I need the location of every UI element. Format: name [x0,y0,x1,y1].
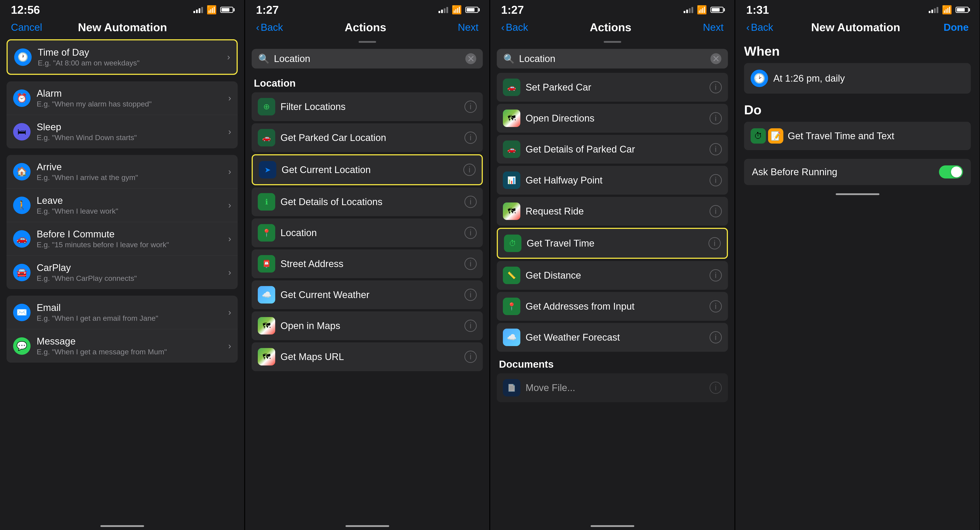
search-input-3[interactable]: Location [519,53,706,64]
scroll-indicator-3 [604,41,621,43]
item-title: Arrive [37,162,228,172]
info-icon[interactable]: i [465,351,477,363]
info-icon[interactable]: i [465,101,477,113]
action-travel-time[interactable]: ⏱ Get Travel Time i [497,228,728,259]
action-parked-car-location[interactable]: 🚗 Get Parked Car Location i [251,123,483,152]
list-item[interactable]: 💬 Message E.g. "When I get a message fro… [6,329,238,363]
chevron-right-icon: › [228,341,231,351]
info-icon[interactable]: i [708,237,721,249]
info-icon[interactable]: i [710,269,722,281]
info-icon[interactable]: i [465,227,477,239]
leave-icon: 🚶 [13,197,30,214]
chevron-right-icon: › [228,268,231,277]
info-icon[interactable]: i [710,174,722,186]
scroll-indicator-2 [359,41,376,43]
chevron-right-icon: › [228,167,231,176]
list-item[interactable]: 🚗 Before I Commute E.g. "15 minutes befo… [6,222,238,256]
status-icons-1: 📶 [193,5,233,14]
action-parked-car-details[interactable]: 🚗 Get Details of Parked Car i [497,135,728,163]
car-icon: 🚗 [258,129,275,146]
info-icon[interactable]: i [465,132,477,144]
page-title-3: Actions [528,21,693,34]
action-set-parked-car[interactable]: 🚗 Set Parked Car i [497,73,728,102]
chevron-right-icon: › [228,308,231,317]
info-icon[interactable]: i [465,289,477,301]
info-icon[interactable]: i [710,382,722,394]
search-clear-2[interactable]: ✕ [465,53,476,64]
do-note-icon: 📝 [768,128,783,144]
action-details-locations[interactable]: ℹ Get Details of Locations i [251,187,483,216]
action-halfway-point[interactable]: 📊 Get Halfway Point i [497,166,728,195]
action-title: Get Addresses from Input [526,301,710,312]
action-title: Get Current Location [282,164,463,175]
battery-icon-1 [220,7,233,13]
status-time-2: 1:27 [256,3,279,16]
info-icon[interactable]: i [710,81,722,94]
done-button[interactable]: Done [938,21,969,33]
home-indicator-4 [735,185,980,198]
next-button-3[interactable]: Next [693,21,724,33]
when-label: When [744,44,971,59]
info-icon[interactable]: i [710,112,722,124]
list-item[interactable]: ⏰ Alarm E.g. "When my alarm has stopped"… [6,81,238,115]
list-item[interactable]: 🛏 Sleep E.g. "When Wind Down starts" › [6,115,238,148]
back-button-4[interactable]: ‹ Back [746,21,773,33]
info-icon[interactable]: i [463,163,476,176]
back-button-3[interactable]: ‹ Back [501,21,528,33]
forecast-icon: ☁️ [503,328,520,346]
info-icon[interactable]: i [710,300,722,313]
do-item[interactable]: ⏱ 📝 Get Travel Time and Text [744,122,971,150]
search-bar-2[interactable]: 🔍 Location ✕ [251,49,483,68]
info-icon[interactable]: i [710,143,722,156]
list-item[interactable]: ✉️ Email E.g. "When I get an email from … [6,296,238,329]
search-icon-3: 🔍 [503,54,515,64]
clock-when-icon: 🕑 [751,70,768,87]
action-title: Get Halfway Point [526,175,710,186]
action-location[interactable]: 📍 Location i [251,218,483,247]
signal-icon-3 [684,6,693,13]
list-item[interactable]: 🚶 Leave E.g. "When I leave work" › [6,189,238,222]
status-bar-1: 12:56 📶 [0,0,244,17]
action-maps-url[interactable]: 🗺 Get Maps URL i [251,342,483,371]
action-current-weather[interactable]: ☁️ Get Current Weather i [251,280,483,309]
info-icon[interactable]: i [465,258,477,270]
search-container-3: 🔍 Location ✕ [490,44,735,71]
next-button-2[interactable]: Next [448,21,479,33]
when-text: At 1:26 pm, daily [773,73,845,84]
group-location: 🏠 Arrive E.g. "When I arrive at the gym"… [6,155,238,289]
page-title-1: New Automation [42,21,203,34]
info-icon[interactable]: i [465,196,477,208]
search-clear-3[interactable]: ✕ [710,53,721,64]
search-input-2[interactable]: Location [274,53,461,64]
action-addresses-input[interactable]: 📍 Get Addresses from Input i [497,292,728,321]
action-weather-forecast[interactable]: ☁️ Get Weather Forecast i [497,323,728,352]
back-label-3: Back [506,21,528,33]
cancel-button[interactable]: Cancel [11,21,42,33]
status-bar-3: 1:27 📶 [490,0,735,17]
action-current-location[interactable]: ➤ Get Current Location i [251,154,483,185]
list-item[interactable]: 🕐 Time of Day E.g. "At 8:00 am on weekda… [8,40,237,74]
battery-icon-4 [956,7,969,13]
filter-icon: ⊕ [258,98,275,116]
search-bar-3[interactable]: 🔍 Location ✕ [497,49,728,68]
do-icons: ⏱ 📝 [751,128,783,144]
info-icon[interactable]: i [465,320,477,332]
home-indicator-1 [0,517,244,530]
action-distance[interactable]: 📏 Get Distance i [497,261,728,290]
info-icon[interactable]: i [710,205,722,217]
action-street-address[interactable]: 📮 Street Address i [251,249,483,278]
when-item[interactable]: 🕑 At 1:26 pm, daily [744,63,971,94]
action-open-directions[interactable]: 🗺 Open Directions i [497,104,728,133]
info-icon[interactable]: i [710,331,722,343]
ask-section: Ask Before Running [735,159,980,185]
list-item[interactable]: 🚘 CarPlay E.g. "When CarPlay connects" › [6,256,238,289]
action-request-ride[interactable]: 🗺 Request Ride i [497,197,728,225]
action-filter-locations[interactable]: ⊕ Filter Locations i [251,92,483,121]
ask-before-running-toggle[interactable] [939,165,963,178]
action-move-file[interactable]: 📄 Move File... i [497,373,728,402]
action-open-maps[interactable]: 🗺 Open in Maps i [251,311,483,340]
back-button-2[interactable]: ‹ Back [256,21,283,33]
message-icon: 💬 [13,337,30,355]
item-title: Time of Day [38,47,227,58]
list-item[interactable]: 🏠 Arrive E.g. "When I arrive at the gym"… [6,155,238,189]
